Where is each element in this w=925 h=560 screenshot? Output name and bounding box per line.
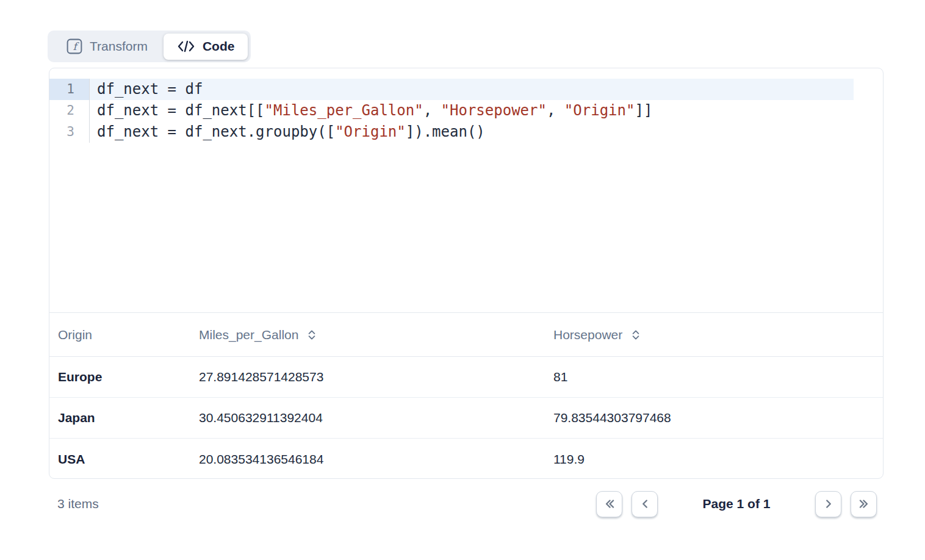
code-text[interactable]: df_next = df [90,79,854,100]
code-text[interactable]: df_next = df_next[["Miles_per_Gallon", "… [90,100,854,121]
table-header-row: OriginMiles_per_Gallon Horsepower [49,313,883,357]
value-cell: 79.83544303797468 [553,411,883,425]
code-text[interactable]: df_next = df_next.groupby(["Origin"]).me… [90,121,854,143]
value-cell: 20.083534136546184 [199,452,553,467]
chevron-left-icon [638,497,652,511]
page-indicator: Page 1 of 1 [667,497,806,511]
code-line[interactable]: 2df_next = df_next[["Miles_per_Gallon", … [49,100,883,121]
tab-code[interactable]: Code [164,34,248,60]
value-cell: 81 [553,370,883,384]
value-cell: 27.891428571428573 [199,370,553,384]
pagination-controls: Page 1 of 1 [596,491,884,517]
column-header-label: Miles_per_Gallon [199,328,298,342]
column-header-miles_per_gallon[interactable]: Miles_per_Gallon [199,328,553,342]
chevrons-right-icon [857,497,871,511]
chevron-right-icon [822,497,835,511]
tab-code-label: Code [203,39,235,54]
chevrons-left-icon [603,497,616,511]
view-tabbar: f Transform Code [48,31,251,62]
transform-panel: 1df_next = df2df_next = df_next[["Miles_… [49,68,884,479]
sort-icon[interactable] [631,328,641,342]
column-header-origin: Origin [49,328,199,342]
sort-icon[interactable] [307,328,317,342]
tab-transform[interactable]: f Transform [51,34,164,60]
code-lines: 1df_next = df2df_next = df_next[["Miles_… [49,79,883,143]
line-number: 2 [49,100,90,121]
table-row: Japan30.45063291139240479.83544303797468 [49,398,883,439]
line-number: 3 [49,121,90,143]
column-header-label: Horsepower [553,328,622,342]
table-footer: 3 items Page 1 of 1 [49,483,884,525]
code-line[interactable]: 1df_next = df [49,79,883,100]
code-icon [177,40,195,53]
line-number: 1 [49,79,90,100]
table-body: Europe27.89142857142857381Japan30.450632… [49,357,883,479]
code-editor[interactable]: 1df_next = df2df_next = df_next[["Miles_… [49,68,883,313]
row-label-cell: Japan [49,411,199,425]
value-cell: 30.450632911392404 [199,411,553,425]
svg-text:f: f [73,40,80,52]
table-row: USA20.083534136546184119.9 [49,439,883,479]
column-header-label: Origin [58,328,92,342]
items-count-label: 3 items [49,497,99,511]
tab-transform-label: Transform [90,39,148,54]
first-page-button[interactable] [596,491,622,517]
table-row: Europe27.89142857142857381 [49,357,883,398]
value-cell: 119.9 [553,452,883,467]
row-label-cell: USA [49,452,199,467]
last-page-button[interactable] [851,491,877,517]
next-page-button[interactable] [815,491,841,517]
prev-page-button[interactable] [632,491,658,517]
row-label-cell: Europe [49,370,199,384]
function-icon: f [67,38,82,54]
code-line[interactable]: 3df_next = df_next.groupby(["Origin"]).m… [49,121,883,143]
column-header-horsepower[interactable]: Horsepower [553,328,883,342]
